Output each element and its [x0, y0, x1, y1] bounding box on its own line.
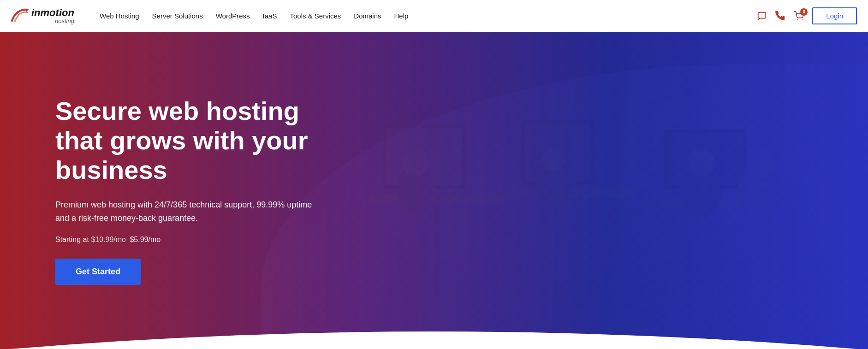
logo-sub: hosting	[31, 18, 74, 24]
header-actions: 0 Login	[757, 7, 857, 24]
swoosh-svg	[11, 8, 29, 23]
nav-wordpress[interactable]: WordPress	[216, 12, 250, 20]
pricing-prefix: Starting at	[55, 236, 89, 243]
chat-icon	[757, 11, 767, 21]
chat-button[interactable]	[757, 11, 767, 21]
hero-price-old: $10.99/mo	[91, 236, 126, 243]
hero-subtitle: Premium web hosting with 24/7/365 techni…	[55, 198, 323, 225]
phone-icon	[775, 11, 785, 21]
hero-title: Secure web hosting that grows with your …	[55, 96, 323, 185]
hero-content: Secure web hosting that grows with your …	[0, 96, 323, 285]
nav-iaas[interactable]: IaaS	[263, 12, 277, 20]
main-nav: Web Hosting Server Solutions WordPress I…	[100, 12, 757, 20]
logo[interactable]: inmotion hosting	[11, 8, 85, 24]
nav-web-hosting[interactable]: Web Hosting	[100, 12, 139, 20]
hero-section: Secure web hosting that grows with your …	[0, 32, 868, 349]
hero-pricing: Starting at $10.99/mo $5.99/mo	[55, 236, 323, 244]
nav-help[interactable]: Help	[394, 12, 409, 20]
cart-badge: 0	[800, 8, 808, 16]
nav-tools-services[interactable]: Tools & Services	[290, 12, 341, 20]
phone-button[interactable]	[775, 11, 785, 21]
logo-brand: inmotion	[31, 8, 74, 18]
site-header: inmotion hosting Web Hosting Server Solu…	[0, 0, 868, 32]
logo-icon	[11, 8, 29, 24]
nav-domains[interactable]: Domains	[354, 12, 381, 20]
hero-curve	[0, 313, 868, 349]
cart-button[interactable]: 0	[794, 11, 804, 21]
get-started-button[interactable]: Get Started	[55, 259, 141, 285]
hero-price-new: $5.99/mo	[130, 236, 161, 243]
nav-server-solutions[interactable]: Server Solutions	[152, 12, 203, 20]
svg-point-1	[797, 19, 798, 20]
login-button[interactable]: Login	[812, 7, 857, 24]
svg-point-2	[802, 19, 803, 20]
logo-text: inmotion hosting	[31, 8, 74, 24]
